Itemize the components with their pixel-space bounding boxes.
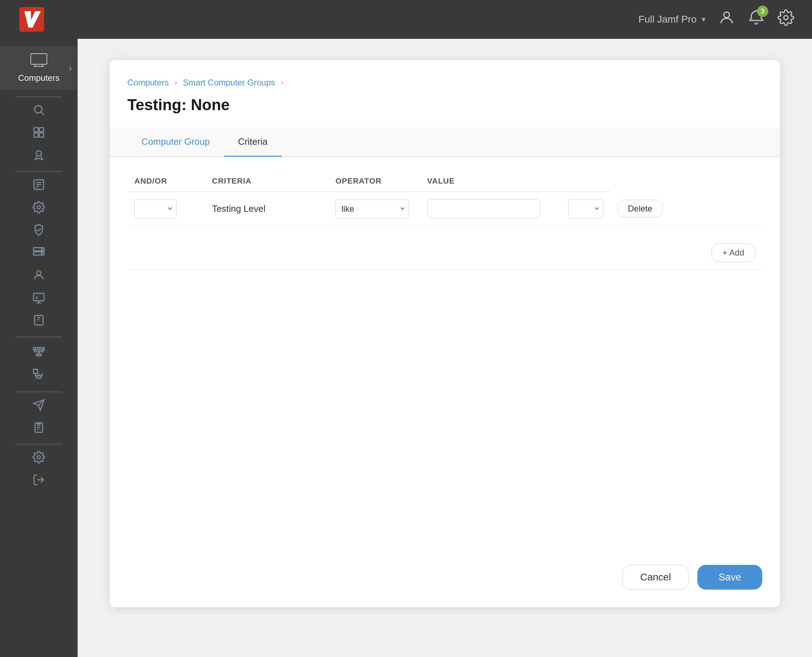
notifications-icon[interactable]: 3: [748, 9, 765, 30]
col-header-actions: [561, 171, 610, 192]
breadcrumb-sep-1: ›: [174, 78, 177, 87]
page-title: Testing: None: [127, 96, 762, 114]
add-button[interactable]: + Add: [711, 243, 755, 262]
sidebar-icons-group-5: [0, 451, 78, 490]
cell-criteria: Testing Level: [205, 192, 328, 226]
cell-operator: like not like is is not has does not hav…: [328, 192, 420, 226]
sidebar-icons-group-4: [0, 399, 78, 437]
sidebar-users-icon[interactable]: [33, 269, 45, 281]
user-icon[interactable]: [718, 9, 735, 30]
svg-rect-34: [34, 369, 38, 374]
sidebar-clipboard-icon[interactable]: [33, 421, 45, 434]
cell-and-or: and or: [127, 192, 205, 226]
sidebar-divider-1: [16, 97, 62, 97]
svg-point-7: [34, 106, 42, 113]
sidebar-book-icon[interactable]: [33, 314, 45, 327]
cancel-button[interactable]: Cancel: [622, 565, 689, 590]
svg-rect-3: [31, 54, 47, 64]
svg-rect-26: [34, 293, 44, 301]
sidebar-security-icon[interactable]: [33, 223, 45, 236]
account-chevron-icon: ▾: [702, 15, 705, 24]
sidebar-config-icon[interactable]: [33, 201, 45, 213]
sidebar-divider-5: [16, 444, 62, 444]
main-card: Computers › Smart Computer Groups › Test…: [110, 60, 780, 607]
sidebar-awards-icon[interactable]: [33, 149, 45, 161]
sidebar: Computers: [0, 39, 78, 657]
svg-rect-9: [34, 128, 39, 132]
sidebar-computers-label: Computers: [18, 73, 59, 83]
sidebar-icons-group-3: [0, 344, 78, 385]
tab-computer-group-label: Computer Group: [141, 136, 210, 147]
main-area: Computers: [0, 39, 812, 657]
breadcrumb-computers[interactable]: Computers: [127, 78, 169, 87]
add-row: + Add: [127, 236, 762, 270]
app-logo[interactable]: [18, 7, 46, 32]
account-label: Full Jamf Pro: [638, 14, 697, 25]
sidebar-smart-groups-icon[interactable]: [32, 344, 46, 358]
svg-point-24: [42, 253, 43, 254]
breadcrumb-smart-groups[interactable]: Smart Computer Groups: [183, 78, 275, 87]
tabs-container: Computer Group Criteria: [110, 128, 780, 157]
and-or-select[interactable]: and or: [134, 199, 177, 218]
svg-point-2: [784, 16, 788, 20]
svg-point-1: [724, 12, 730, 18]
sidebar-inventory-icon[interactable]: [33, 126, 45, 139]
svg-line-8: [41, 112, 44, 115]
sidebar-remote-icon[interactable]: [33, 291, 45, 304]
sidebar-search-icon[interactable]: [33, 103, 45, 116]
account-menu[interactable]: Full Jamf Pro ▾: [638, 14, 705, 25]
sidebar-icons-group-2: [0, 178, 78, 330]
tab-criteria-label: Criteria: [238, 136, 268, 147]
content-area: Computers › Smart Computer Groups › Test…: [78, 39, 812, 657]
sidebar-divider-2: [16, 171, 62, 172]
breadcrumb-sep-2: ›: [281, 78, 284, 87]
tab-computer-group[interactable]: Computer Group: [127, 128, 224, 157]
computers-icon: [30, 53, 48, 70]
topbar: Full Jamf Pro ▾ 3: [0, 0, 812, 39]
card-footer: Cancel Save: [127, 551, 762, 590]
tab-criteria[interactable]: Criteria: [224, 128, 282, 157]
criteria-value: Testing Level: [212, 203, 265, 214]
settings-icon[interactable]: [778, 9, 794, 30]
value-input[interactable]: [427, 199, 540, 218]
col-header-criteria: CRITERIA: [205, 171, 328, 192]
sidebar-divider-4: [16, 392, 62, 392]
cell-value: [420, 192, 561, 226]
svg-point-43: [37, 456, 40, 459]
save-button[interactable]: Save: [697, 565, 762, 590]
criteria-table: AND/OR CRITERIA OPERATOR VALUE and: [127, 171, 762, 226]
sidebar-static-groups-icon[interactable]: [32, 367, 46, 381]
row-extra-select[interactable]: [568, 199, 604, 218]
sidebar-list-icon[interactable]: [33, 178, 45, 191]
cell-delete: Delete: [610, 192, 762, 226]
operator-select[interactable]: like not like is is not has does not hav…: [335, 199, 409, 218]
topbar-right: Full Jamf Pro ▾ 3: [638, 9, 794, 30]
sidebar-storage-icon[interactable]: [33, 246, 45, 259]
svg-rect-11: [34, 133, 39, 137]
svg-point-13: [36, 151, 42, 156]
svg-rect-10: [39, 128, 44, 132]
sidebar-divider-3: [16, 336, 62, 337]
svg-rect-36: [36, 376, 41, 378]
svg-point-25: [37, 271, 41, 275]
sidebar-icons-group-1: [0, 103, 78, 165]
svg-point-18: [37, 206, 40, 209]
svg-rect-33: [36, 354, 41, 356]
table-row: and or Testing Level like not like is: [127, 192, 762, 226]
cell-extra: [561, 192, 610, 226]
sidebar-admin-settings-icon[interactable]: [33, 451, 45, 464]
delete-button[interactable]: Delete: [618, 200, 663, 218]
sidebar-item-computers[interactable]: Computers: [0, 46, 78, 90]
svg-point-23: [42, 249, 43, 250]
svg-line-20: [38, 229, 41, 231]
svg-rect-12: [39, 133, 44, 137]
col-header-operator: OPERATOR: [328, 171, 420, 192]
notification-badge: 3: [757, 6, 768, 17]
sidebar-logout-icon[interactable]: [33, 473, 45, 486]
breadcrumb: Computers › Smart Computer Groups ›: [127, 78, 762, 87]
sidebar-send-icon[interactable]: [33, 399, 45, 411]
col-header-and-or: AND/OR: [127, 171, 205, 192]
col-header-value: VALUE: [420, 171, 561, 192]
